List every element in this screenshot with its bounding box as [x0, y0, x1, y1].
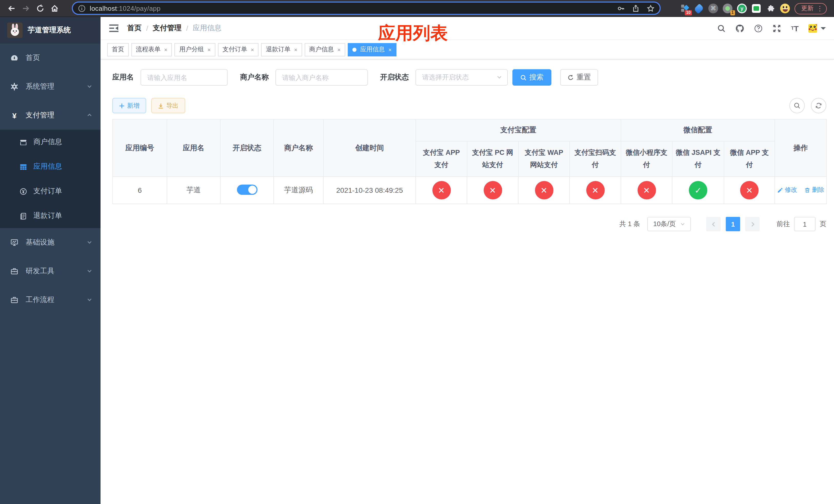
browser-reload-button[interactable] — [33, 1, 47, 15]
password-key-icon[interactable] — [617, 4, 625, 12]
breadcrumb-payment[interactable]: 支付管理 — [153, 24, 181, 33]
close-icon[interactable]: × — [207, 46, 211, 52]
sidebar-item-pay-orders[interactable]: 支付订单 — [0, 179, 101, 204]
goto-page-input[interactable] — [794, 217, 815, 231]
reset-button[interactable]: 重置 — [560, 69, 598, 86]
user-menu[interactable] — [808, 24, 826, 32]
next-page-button[interactable] — [745, 217, 760, 231]
extensions-puzzle-icon[interactable] — [766, 4, 775, 13]
sidebar-item-refund-orders[interactable]: 退款订单 — [0, 204, 101, 228]
filter-form: 应用名 商户名称 开启状态 请选择开启状态 搜索 — [112, 69, 826, 86]
prev-page-button[interactable] — [706, 217, 721, 231]
pagination: 共 1 条 10条/页 1 前往 — [112, 217, 826, 231]
help-icon[interactable] — [754, 24, 763, 32]
current-page-button[interactable]: 1 — [726, 217, 740, 231]
tab-process-form[interactable]: 流程表单× — [131, 43, 172, 56]
close-icon[interactable]: × — [388, 46, 392, 52]
caret-down-icon — [821, 27, 826, 32]
group-wechat-config: 微信配置 — [621, 119, 775, 141]
bookmark-star-icon[interactable] — [647, 4, 655, 12]
chevron-up-icon — [87, 111, 92, 119]
sidebar-item-infra[interactable]: 基础设施 — [0, 228, 101, 257]
app-name-input[interactable] — [140, 69, 228, 86]
browser-home-button[interactable] — [47, 1, 62, 15]
extension-kite-icon[interactable] — [694, 4, 704, 13]
sidebar-item-label: 商户信息 — [33, 137, 62, 147]
extension-recorder-icon[interactable]: 1 — [723, 4, 732, 13]
tab-merchant-info[interactable]: 商户信息× — [305, 43, 346, 56]
delete-button[interactable]: 删除 — [804, 186, 824, 194]
logo-rabbit-avatar — [7, 23, 23, 38]
profile-avatar[interactable] — [780, 4, 790, 13]
edit-button[interactable]: 修改 — [777, 186, 797, 194]
search-icon — [793, 102, 801, 109]
browser-back-button[interactable] — [4, 1, 19, 15]
add-button[interactable]: 新增 — [112, 98, 146, 113]
user-avatar — [808, 24, 817, 32]
close-icon[interactable]: × — [294, 46, 298, 52]
merchant-name-label: 商户名称 — [240, 73, 269, 82]
tab-home[interactable]: 首页 — [107, 43, 129, 56]
dashboard-icon — [10, 54, 19, 62]
open-status-select[interactable]: 请选择开启状态 — [415, 69, 508, 86]
yen-icon: ¥ — [10, 111, 19, 119]
extension-command-icon[interactable]: ⌘ — [708, 4, 718, 13]
sidebar-item-label: 工作流程 — [26, 295, 87, 304]
browser-menu-kebab-icon[interactable]: ⋮ — [816, 5, 823, 12]
extension-yuque-icon[interactable]: y — [737, 4, 747, 13]
sidebar-item-label: 退款订单 — [33, 211, 62, 221]
status-badge-alipay-app: ✕ — [432, 181, 451, 200]
browser-forward-button[interactable] — [19, 1, 33, 15]
col-wx-app: 微信 APP 支付 — [724, 141, 775, 177]
sidebar-collapse-button[interactable] — [109, 23, 119, 33]
command-glyph: ⌘ — [710, 5, 716, 12]
extension-dock-icon[interactable]: 10 — [680, 4, 689, 13]
fullscreen-icon[interactable] — [773, 24, 782, 32]
briefcase-icon — [10, 267, 19, 275]
extension-chat-icon[interactable] — [751, 4, 761, 13]
browser-update-button[interactable]: 更新 ⋮ — [794, 3, 827, 14]
col-alipay-qr: 支付宝扫码支付 — [570, 141, 621, 177]
sidebar-item-home[interactable]: 首页 — [0, 44, 101, 72]
col-actions: 操作 — [775, 119, 827, 177]
update-label: 更新 — [801, 4, 813, 13]
header-search-icon[interactable] — [717, 24, 726, 32]
sidebar-item-system[interactable]: 系统管理 — [0, 72, 101, 101]
col-alipay-pc: 支付宝 PC 网站支付 — [467, 141, 518, 177]
url-bar[interactable]: localhost:1024/pay/app — [72, 2, 661, 15]
sidebar-item-app-info[interactable]: 应用信息 — [0, 154, 101, 179]
sidebar-item-workflow[interactable]: 工作流程 — [0, 285, 101, 314]
breadcrumb-home[interactable]: 首页 — [127, 24, 141, 33]
toggle-search-button[interactable] — [789, 98, 805, 113]
share-icon[interactable] — [632, 4, 640, 12]
sidebar-item-payment[interactable]: ¥ 支付管理 — [0, 101, 101, 130]
table-toolbar: 新增 导出 — [112, 98, 826, 113]
close-icon[interactable]: × — [337, 46, 341, 52]
search-button[interactable]: 搜索 — [512, 69, 551, 86]
goto-suffix: 页 — [820, 220, 826, 229]
github-icon[interactable] — [736, 24, 745, 32]
main-area: 应用列表 首页 / 支付管理 / 应用信息 — [101, 17, 834, 504]
chevron-right-icon — [750, 221, 755, 227]
status-toggle[interactable] — [237, 184, 257, 194]
tab-refund-orders[interactable]: 退款订单× — [261, 43, 302, 56]
cell-open-status — [220, 177, 273, 204]
sidebar-item-dev-tools[interactable]: 研发工具 — [0, 257, 101, 285]
chevron-down-icon — [680, 220, 685, 228]
screen: localhost:1024/pay/app 10 ⌘ — [0, 0, 834, 504]
page-size-select[interactable]: 10条/页 — [647, 217, 691, 231]
refresh-table-button[interactable] — [811, 98, 826, 113]
tab-pay-orders[interactable]: 支付订单× — [218, 43, 259, 56]
close-icon[interactable]: × — [251, 46, 254, 52]
sidebar-logo[interactable]: 芋道管理系统 — [0, 17, 101, 44]
chevron-down-icon — [497, 74, 502, 81]
font-size-icon[interactable]: TT — [791, 24, 798, 32]
tab-user-group[interactable]: 用户分组× — [175, 43, 215, 56]
merchant-name-input[interactable] — [276, 69, 368, 86]
close-icon[interactable]: × — [164, 46, 168, 52]
briefcase-icon — [10, 296, 19, 304]
sidebar: 芋道管理系统 首页 系统管理 — [0, 17, 101, 504]
sidebar-item-merchant-info[interactable]: 商户信息 — [0, 130, 101, 154]
site-info-icon[interactable] — [78, 4, 86, 12]
export-button[interactable]: 导出 — [151, 98, 185, 113]
